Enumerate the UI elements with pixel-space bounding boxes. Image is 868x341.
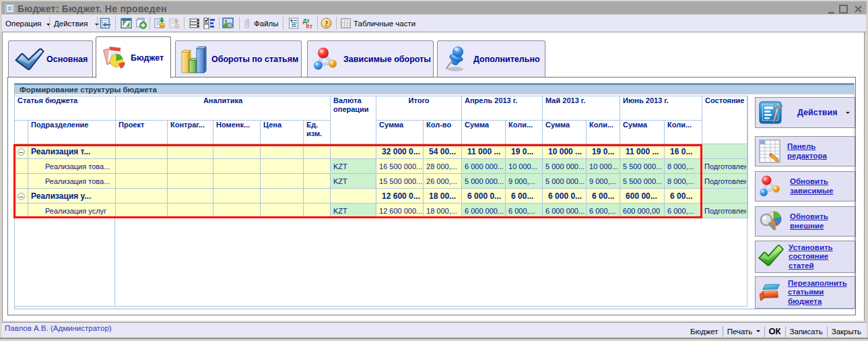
svg-text:?: ? bbox=[325, 20, 329, 28]
svg-text:Кт: Кт bbox=[306, 23, 312, 29]
